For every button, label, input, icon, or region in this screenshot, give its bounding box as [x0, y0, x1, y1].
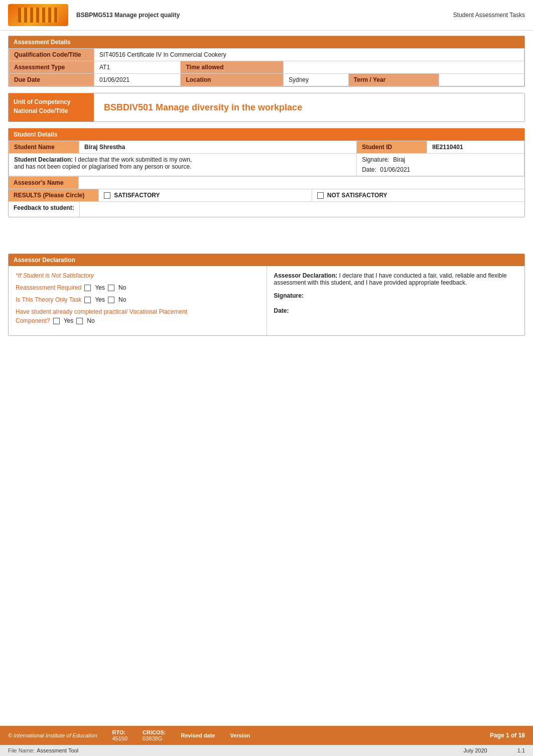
reassessment-no-checkbox[interactable] [108, 285, 114, 291]
student-id-label: Student ID [357, 141, 427, 154]
not-satisfactory-checkbox[interactable] [317, 192, 324, 199]
header-title: BSBPMG513 Manage project quality [76, 12, 180, 19]
logo [8, 4, 68, 26]
assessor-date-line: Date: [274, 307, 518, 314]
assessor-left-panel: *If Student is Not Satisfactory Reassess… [9, 266, 267, 335]
copyright-text: © International Institute of Education [8, 732, 97, 738]
assessor-sig-line: Signature: [274, 292, 518, 299]
date-label: Date: [362, 166, 376, 173]
logo-image [18, 8, 58, 23]
details-table: Qualification Code/Title SIT40516 Certif… [9, 48, 524, 86]
assessor-declaration-header: Assessor Declaration [9, 254, 524, 266]
main-content: Assessment Details Qualification Code/Ti… [0, 31, 533, 352]
type-value: AT1 [94, 61, 181, 74]
version-label: Version [230, 732, 250, 738]
location-value: Sydney [283, 74, 348, 86]
assessor-sig-label: Signature: [274, 292, 304, 299]
time-allowed-label: Time allowed [181, 61, 284, 74]
footer-bar: © International Institute of Education R… [0, 726, 533, 745]
type-row: Assessment Type AT1 Time allowed [9, 61, 524, 74]
student-details-panel: Student Details Student Name Biraj Shres… [8, 128, 525, 217]
spacer [8, 223, 525, 254]
not-satisfactory-cell: NOT SATISFACTORY [312, 189, 525, 201]
uoc-panel: Unit of Competency National Code/Title B… [8, 93, 525, 122]
uoc-value: BSBDIV501 Manage diversity in the workpl… [94, 93, 524, 121]
due-row: Due Date 01/06/2021 Location Sydney Term… [9, 74, 524, 86]
due-value: 01/06/2021 [94, 74, 181, 86]
feedback-label: Feedback to student: [9, 202, 80, 217]
theory-no-opt: No [108, 296, 126, 303]
footer: © International Institute of Education R… [0, 726, 533, 756]
assessor-right-panel: Assessor Declaration: I declare that I h… [267, 266, 525, 335]
student-signature-block: Signature: Biraj Date: 01/06/2021 [357, 154, 524, 176]
component-yes-checkbox[interactable] [53, 318, 60, 324]
uoc-label1: Unit of Competency [14, 98, 89, 105]
declaration-label: Student Declaration: [14, 156, 73, 163]
assessment-details-header: Assessment Details [9, 36, 524, 48]
uoc-label2: National Code/Title [14, 107, 89, 114]
placement-block: Have student already completed practical… [16, 308, 259, 324]
component-no-checkbox[interactable] [76, 318, 83, 324]
footer-version: Version [230, 732, 250, 738]
feedback-row: Feedback to student: [9, 201, 524, 217]
student-name-label: Student Name [9, 141, 79, 154]
component-no-label: No [87, 317, 94, 324]
term-year-value [439, 74, 524, 86]
reassessment-no-opt: No [108, 284, 126, 291]
reassessment-label: Reassessment Required [16, 284, 81, 291]
component-yes-label: Yes [64, 317, 74, 324]
student-body: Student Name Biraj Shrestha Student ID I… [9, 141, 524, 217]
page-header: BSBPMG513 Manage project quality Student… [0, 0, 533, 31]
feedback-value [80, 202, 524, 217]
theory-label: Is This Theory Only Task [16, 296, 81, 303]
assessor-name-row: Assessor's Name [9, 176, 524, 189]
reassessment-yes-checkbox[interactable] [84, 285, 91, 291]
student-declaration: Student Declaration: I declare that the … [9, 154, 357, 176]
component-label: Component? [16, 317, 50, 324]
footer-sub-right: July 2020 1.1 [464, 747, 525, 753]
theory-no-label: No [118, 296, 126, 303]
assessor-declaration-body: *If Student is Not Satisfactory Reassess… [9, 266, 524, 335]
declaration-text2: and has not been copied or plagiarised f… [14, 163, 192, 170]
satisfactory-cell: SATISFACTORY [99, 189, 312, 201]
time-allowed-value [283, 61, 524, 74]
footer-copyright: © International Institute of Education [8, 732, 97, 738]
date-value: 01/06/2021 [380, 166, 410, 173]
theory-yes-label: Yes [95, 296, 105, 303]
footer-version-sub: 1.1 [517, 747, 525, 753]
reassessment-yes-opt: Yes [84, 284, 105, 291]
type-label: Assessment Type [9, 61, 94, 74]
due-label: Due Date [9, 74, 94, 86]
reassessment-row: Reassessment Required Yes No [16, 284, 259, 291]
satisfactory-checkbox[interactable] [104, 192, 110, 199]
assessor-right-text: Assessor Declaration: I declare that I h… [274, 272, 518, 286]
reassessment-no-label: No [118, 284, 126, 291]
assessor-name-label: Assessor's Name [9, 177, 79, 189]
placement-label: Have student already completed practical… [16, 308, 259, 315]
footer-cricos: CRICOS: 03838G [143, 729, 166, 741]
footer-rto: RTO: 45150 [112, 729, 128, 741]
assessor-declaration-bold: Assessor Declaration: [274, 272, 339, 279]
not-sat-subtitle: *If Student is Not Satisfactory [16, 272, 94, 279]
theory-yes-opt: Yes [84, 296, 105, 303]
results-label: RESULTS (Please Circle) [9, 189, 99, 201]
theory-no-checkbox[interactable] [108, 297, 114, 303]
not-satisfactory-note: *If Student is Not Satisfactory [16, 272, 259, 279]
qual-row: Qualification Code/Title SIT40516 Certif… [9, 49, 524, 61]
footer-revised-date: Revised date [181, 732, 215, 738]
assessment-details-body: Qualification Code/Title SIT40516 Certif… [9, 48, 524, 86]
satisfactory-label: SATISFACTORY [114, 192, 160, 199]
assessor-name-value [79, 177, 524, 189]
theory-yes-checkbox[interactable] [84, 297, 91, 303]
declaration-text: I declare that the work submitted is my … [75, 156, 192, 163]
filename-label: File Name: [8, 747, 35, 753]
term-year-label: Term / Year [348, 74, 439, 86]
assessor-date-label: Date: [274, 307, 289, 314]
assessor-declaration-panel: Assessor Declaration *If Student is Not … [8, 254, 525, 336]
signature-label: Signature: [362, 156, 389, 163]
component-row: Component? Yes No [16, 317, 259, 324]
student-name-value: Biraj Shrestha [79, 141, 357, 154]
not-satisfactory-label: NOT SATISFACTORY [327, 192, 387, 199]
footer-date-sub: July 2020 [464, 747, 487, 753]
page-number: Page 1 of 18 [490, 732, 525, 739]
